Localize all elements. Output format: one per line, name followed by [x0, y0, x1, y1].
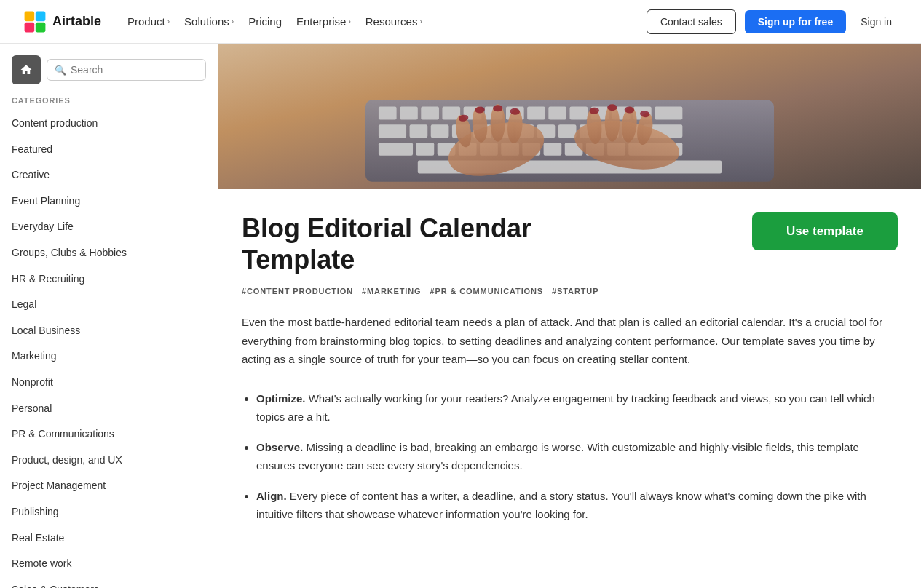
sidebar-item-nonprofit[interactable]: Nonprofit: [0, 370, 218, 396]
sidebar-item-real-estate[interactable]: Real Estate: [0, 525, 218, 552]
sidebar-item-legal[interactable]: Legal: [0, 292, 218, 318]
nav-resources[interactable]: Resources ›: [360, 11, 428, 32]
sidebar-item-content-production[interactable]: Content production: [0, 111, 218, 137]
svg-rect-8: [421, 107, 439, 120]
svg-rect-14: [548, 107, 566, 120]
home-button[interactable]: [12, 55, 41, 84]
hero-svg: [218, 44, 921, 189]
bullet-observe-text: Missing a deadline is bad, breaking an e…: [256, 441, 859, 472]
description-text: Even the most battle-hardened editorial …: [242, 313, 898, 369]
sidebar-item-groups-clubs-hobbies[interactable]: Groups, Clubs & Hobbies: [0, 240, 218, 266]
svg-rect-28: [558, 124, 577, 138]
svg-rect-15: [570, 107, 588, 120]
search-input[interactable]: [71, 64, 198, 76]
navbar: Airtable Product › Solutions › Pricing E…: [0, 0, 921, 44]
sidebar-item-everyday-life[interactable]: Everyday Life: [0, 214, 218, 240]
sidebar-item-hr-recruiting[interactable]: HR & Recruiting: [0, 266, 218, 293]
nav-right: Contact sales Sign up for free Sign in: [647, 9, 898, 34]
bullet-item-observe: Observe. Missing a deadline is bad, brea…: [256, 438, 898, 475]
svg-rect-6: [379, 107, 397, 120]
svg-rect-13: [527, 107, 545, 120]
bullet-align-bold: Align.: [256, 490, 287, 502]
nav-solutions[interactable]: Solutions ›: [178, 11, 240, 32]
content-title-block: Blog Editorial Calendar Template #CONTEN…: [242, 212, 735, 295]
sidebar-item-pr-communications[interactable]: PR & Communications: [0, 421, 218, 448]
tag-startup: #STARTUP: [552, 287, 598, 295]
sidebar-item-sales-customers[interactable]: Sales & Customers: [0, 577, 218, 588]
nav-pricing[interactable]: Pricing: [242, 11, 288, 32]
svg-point-58: [493, 105, 502, 111]
bullet-observe-bold: Observe.: [256, 441, 303, 453]
use-template-button[interactable]: Use template: [752, 212, 898, 250]
tags-container: #CONTENT PRODUCTION #MARKETING #PR & COM…: [242, 287, 735, 295]
hero-image: [218, 44, 921, 189]
bullet-item-optimize: Optimize. What's actually working for yo…: [256, 389, 898, 426]
svg-rect-20: [379, 124, 406, 138]
svg-rect-40: [544, 143, 562, 156]
svg-rect-1: [36, 11, 46, 21]
categories-label: CATEGORIES: [0, 96, 218, 111]
logo-text: Airtable: [52, 14, 101, 29]
home-icon: [20, 63, 33, 76]
tag-content-production: #CONTENT PRODUCTION: [242, 287, 353, 295]
sidebar-item-event-planning[interactable]: Event Planning: [0, 188, 218, 215]
page-body: 🔍 CATEGORIES Content production Featured…: [0, 44, 921, 588]
svg-rect-19: [655, 107, 682, 120]
svg-point-61: [607, 104, 617, 111]
svg-rect-7: [400, 107, 418, 120]
search-icon: 🔍: [55, 65, 66, 76]
svg-rect-21: [410, 124, 428, 138]
sidebar-item-marketing[interactable]: Marketing: [0, 343, 218, 370]
sign-up-button[interactable]: Sign up for free: [745, 10, 846, 33]
sidebar-item-publishing[interactable]: Publishing: [0, 499, 218, 525]
sign-in-link[interactable]: Sign in: [855, 12, 898, 32]
contact-sales-button[interactable]: Contact sales: [647, 9, 736, 34]
svg-rect-22: [431, 124, 449, 138]
bullet-list: Optimize. What's actually working for yo…: [242, 389, 898, 524]
keyboard-visual: [218, 44, 921, 189]
sidebar-item-product-design-ux[interactable]: Product, design, and UX: [0, 448, 218, 474]
tag-pr-communications: #PR & COMMUNICATIONS: [430, 287, 544, 295]
content-area: Blog Editorial Calendar Template #CONTEN…: [218, 189, 921, 559]
chevron-icon: ›: [167, 17, 170, 25]
sidebar-item-local-business[interactable]: Local Business: [0, 318, 218, 344]
nav-enterprise[interactable]: Enterprise ›: [290, 11, 357, 32]
svg-rect-2: [25, 22, 35, 32]
nav-product[interactable]: Product ›: [122, 11, 175, 32]
page-title: Blog Editorial Calendar Template: [242, 212, 735, 275]
tag-marketing: #MARKETING: [362, 287, 422, 295]
nav-left: Airtable Product › Solutions › Pricing E…: [23, 10, 428, 33]
sidebar: 🔍 CATEGORIES Content production Featured…: [0, 44, 218, 588]
svg-rect-0: [25, 11, 35, 21]
sidebar-item-project-management[interactable]: Project Management: [0, 473, 218, 499]
sidebar-item-personal[interactable]: Personal: [0, 396, 218, 422]
chevron-icon: ›: [348, 17, 350, 25]
nav-links: Product › Solutions › Pricing Enterprise…: [122, 11, 428, 32]
bullet-optimize-text: What's actually working for your readers…: [256, 392, 875, 424]
search-box: 🔍: [47, 59, 206, 81]
sidebar-item-creative[interactable]: Creative: [0, 162, 218, 188]
logo-icon: [23, 10, 47, 33]
content-header: Blog Editorial Calendar Template #CONTEN…: [242, 212, 898, 295]
sidebar-top: 🔍: [0, 55, 218, 96]
svg-rect-34: [416, 143, 435, 156]
bullet-item-align: Align. Every piece of content has a writ…: [256, 487, 898, 524]
logo[interactable]: Airtable: [23, 10, 101, 33]
svg-rect-3: [36, 22, 46, 32]
bullet-align-text: Every piece of content has a writer, a d…: [256, 490, 866, 521]
sidebar-item-remote-work[interactable]: Remote work: [0, 551, 218, 577]
bullet-optimize-bold: Optimize.: [256, 392, 306, 405]
chevron-icon: ›: [419, 17, 422, 25]
chevron-icon: ›: [232, 17, 234, 25]
main-content: Blog Editorial Calendar Template #CONTEN…: [218, 44, 921, 588]
svg-rect-33: [379, 143, 413, 156]
sidebar-item-featured[interactable]: Featured: [0, 137, 218, 163]
